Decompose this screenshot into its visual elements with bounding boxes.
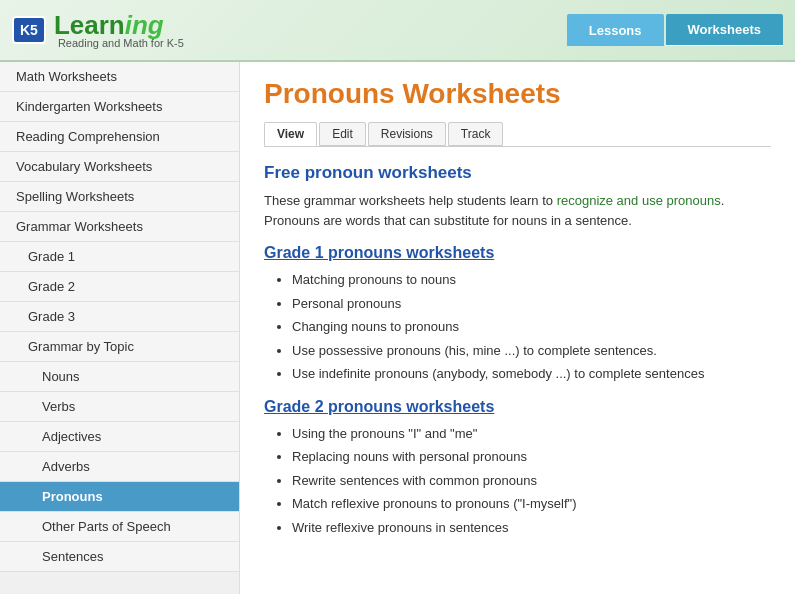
tab-edit[interactable]: Edit: [319, 122, 366, 146]
logo-area: K5 Learning Reading and Math for K-5: [12, 12, 184, 49]
tab-revisions[interactable]: Revisions: [368, 122, 446, 146]
header: K5 Learning Reading and Math for K-5 Les…: [0, 0, 795, 62]
sidebar-item-spelling[interactable]: Spelling Worksheets: [0, 182, 239, 212]
list-item: Use indefinite pronouns (anybody, somebo…: [292, 364, 771, 384]
list-item: Replacing nouns with personal pronouns: [292, 447, 771, 467]
main-content: Pronouns Worksheets View Edit Revisions …: [240, 62, 795, 594]
sidebar-item-grammar-by-topic[interactable]: Grammar by Topic: [0, 332, 239, 362]
list-item: Matching pronouns to nouns: [292, 270, 771, 290]
sidebar-item-sentences[interactable]: Sentences: [0, 542, 239, 572]
list-item: Changing nouns to pronouns: [292, 317, 771, 337]
tagline: Reading and Math for K-5: [58, 38, 184, 49]
intro-highlight: recognize and use pronouns: [557, 193, 721, 208]
page-title: Pronouns Worksheets: [264, 78, 771, 110]
tabs-bar: View Edit Revisions Track: [264, 122, 771, 147]
tab-track[interactable]: Track: [448, 122, 504, 146]
sidebar-item-nouns[interactable]: Nouns: [0, 362, 239, 392]
sidebar-item-reading[interactable]: Reading Comprehension: [0, 122, 239, 152]
list-item: Match reflexive pronouns to pronouns ("I…: [292, 494, 771, 514]
sidebar-item-pronouns[interactable]: Pronouns: [0, 482, 239, 512]
section-heading-free: Free pronoun worksheets: [264, 163, 771, 183]
list-item: Using the pronouns "I" and "me": [292, 424, 771, 444]
logo-badge: K5: [12, 16, 46, 44]
sidebar-item-math[interactable]: Math Worksheets: [0, 62, 239, 92]
worksheets-nav-button[interactable]: Worksheets: [666, 14, 783, 46]
sidebar-item-adverbs[interactable]: Adverbs: [0, 452, 239, 482]
sidebar: Math Worksheets Kindergarten Worksheets …: [0, 62, 240, 594]
list-item: Use possessive pronouns (his, mine ...) …: [292, 341, 771, 361]
grade2-list: Using the pronouns "I" and "me" Replacin…: [264, 424, 771, 538]
sidebar-item-other-parts[interactable]: Other Parts of Speech: [0, 512, 239, 542]
layout: Math Worksheets Kindergarten Worksheets …: [0, 62, 795, 594]
grade1-list: Matching pronouns to nouns Personal pron…: [264, 270, 771, 384]
header-nav: Lessons Worksheets: [567, 14, 783, 46]
list-item: Write reflexive pronouns in sentences: [292, 518, 771, 538]
intro-before: These grammar worksheets help students l…: [264, 193, 557, 208]
sidebar-item-kindergarten[interactable]: Kindergarten Worksheets: [0, 92, 239, 122]
sidebar-item-grammar[interactable]: Grammar Worksheets: [0, 212, 239, 242]
logo-text: Learning: [54, 12, 184, 38]
sidebar-item-grade1[interactable]: Grade 1: [0, 242, 239, 272]
logo-learn: Learn: [54, 10, 125, 40]
grade1-heading[interactable]: Grade 1 pronouns worksheets: [264, 244, 771, 262]
sidebar-item-grade2[interactable]: Grade 2: [0, 272, 239, 302]
grade2-heading[interactable]: Grade 2 pronouns worksheets: [264, 398, 771, 416]
list-item: Personal pronouns: [292, 294, 771, 314]
logo-ing: ing: [125, 10, 164, 40]
lessons-nav-button[interactable]: Lessons: [567, 14, 664, 46]
list-item: Rewrite sentences with common pronouns: [292, 471, 771, 491]
tab-view[interactable]: View: [264, 122, 317, 146]
intro-paragraph: These grammar worksheets help students l…: [264, 191, 771, 230]
sidebar-item-vocabulary[interactable]: Vocabulary Worksheets: [0, 152, 239, 182]
sidebar-item-adjectives[interactable]: Adjectives: [0, 422, 239, 452]
sidebar-item-grade3[interactable]: Grade 3: [0, 302, 239, 332]
sidebar-item-verbs[interactable]: Verbs: [0, 392, 239, 422]
